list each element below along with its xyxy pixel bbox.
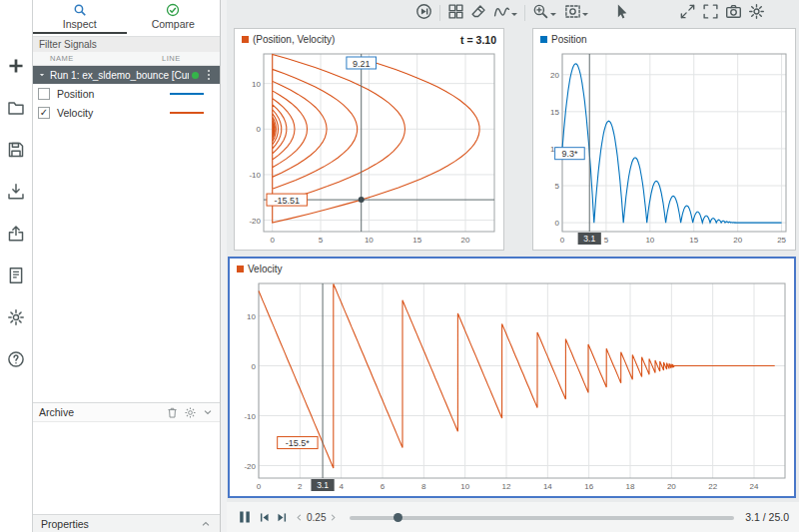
open-button[interactable] [5, 98, 27, 120]
svg-text:3.1: 3.1 [317, 480, 329, 490]
pause-icon [237, 509, 253, 525]
signal-wave-button[interactable] [492, 3, 518, 23]
dropdown-caret-icon[interactable] [511, 13, 517, 19]
svg-text:10: 10 [252, 80, 261, 89]
signal-list-empty-area [33, 122, 220, 402]
signal-line-swatch [170, 93, 204, 95]
create-report-button[interactable] [5, 266, 27, 287]
dropdown-caret-icon[interactable] [582, 13, 588, 19]
cursor-value-label: -15.5* [278, 437, 318, 449]
search-icon [73, 3, 87, 17]
run-label: Run 1: ex_sldemo_bounce [Current] [50, 70, 189, 81]
phase-subplot-card[interactable]: (Position, Velocity) t = 3.10 05101520-2… [234, 28, 504, 251]
tab-inspect[interactable]: Inspect [33, 0, 127, 34]
import-arrow-icon [7, 183, 25, 204]
svg-text:0: 0 [560, 236, 565, 245]
check-circle-icon [166, 3, 180, 17]
fullscreen-button[interactable] [701, 3, 720, 23]
position-plot-canvas[interactable]: 0510152025051015209.3*3.1 [535, 48, 793, 248]
gear-icon [7, 308, 25, 329]
report-doc-icon [7, 266, 25, 287]
camera-button[interactable] [724, 3, 743, 23]
svg-text:-20: -20 [249, 217, 261, 226]
signal-checkbox[interactable] [38, 88, 50, 100]
signal-checkbox[interactable]: ✓ [38, 107, 50, 119]
run-row[interactable]: Run 1: ex_sldemo_bounce [Current] [33, 66, 220, 84]
svg-text:0: 0 [257, 482, 262, 491]
properties-section-header[interactable]: Properties [33, 514, 220, 532]
signal-row[interactable]: Position [33, 84, 220, 103]
svg-text:0: 0 [252, 362, 257, 371]
svg-text:15: 15 [689, 236, 698, 245]
layout-grid-icon [447, 3, 464, 23]
new-button[interactable] [5, 56, 27, 78]
preferences-button[interactable] [5, 307, 27, 329]
trash-icon[interactable] [166, 406, 179, 419]
column-header-line: LINE [162, 54, 220, 63]
svg-text:9.3*: 9.3* [561, 149, 578, 159]
plot-area: (Position, Velocity) t = 3.10 05101520-2… [227, 0, 799, 532]
svg-text:0: 0 [257, 125, 262, 134]
svg-text:16: 16 [584, 482, 593, 491]
properties-label: Properties [41, 518, 200, 530]
pointer-icon [612, 3, 629, 23]
expand-button[interactable] [678, 3, 697, 23]
help-button[interactable] [5, 349, 27, 371]
speed-increase-icon[interactable] [328, 512, 339, 523]
svg-text:20: 20 [667, 482, 676, 491]
export-button[interactable] [5, 224, 27, 246]
cursor-value-label: 9.3* [555, 148, 585, 160]
eraser-button[interactable] [469, 3, 488, 23]
pause-button[interactable] [237, 509, 253, 525]
import-button[interactable] [5, 182, 27, 204]
run-menu-icon[interactable] [202, 68, 216, 82]
step-back-button[interactable] [258, 511, 271, 524]
velocity-plot-canvas[interactable]: 024681012141618202224-20-10010-15.5*3.1 [232, 277, 792, 494]
archive-settings-gear-icon[interactable] [184, 406, 197, 419]
filter-signals-input[interactable] [33, 36, 220, 54]
phase-legend-swatch [242, 36, 249, 43]
svg-text:-15.51: -15.51 [274, 196, 300, 206]
dropdown-caret-icon[interactable] [550, 13, 556, 19]
run-button[interactable] [414, 3, 433, 23]
panel-tabs: Inspect Compare [33, 0, 220, 34]
svg-text:10: 10 [247, 312, 256, 321]
slider-track[interactable] [350, 516, 734, 520]
zoom-in-button[interactable] [531, 3, 557, 23]
timeline-slider[interactable] [350, 508, 734, 526]
collapse-caret-icon[interactable] [37, 70, 47, 80]
layout-grid-button[interactable] [446, 3, 465, 23]
zoom-fit-button[interactable] [563, 3, 589, 23]
archive-label: Archive [39, 406, 161, 418]
phase-plot-canvas[interactable]: 05101520-20-100109.21-15.51 [237, 48, 501, 248]
archive-section-header[interactable]: Archive [33, 402, 220, 422]
svg-text:0: 0 [270, 236, 275, 245]
svg-text:15: 15 [550, 108, 559, 117]
svg-text:14: 14 [543, 482, 552, 491]
slider-handle[interactable] [394, 513, 402, 522]
velocity-subplot-card-selected[interactable]: Velocity 024681012141618202224-20-10010-… [228, 257, 796, 498]
svg-text:5: 5 [555, 182, 560, 191]
step-forward-button[interactable] [276, 511, 289, 524]
speed-control[interactable]: 0.25 [294, 512, 339, 523]
position-subplot-card[interactable]: Position 0510152025051015209.3*3.1 [532, 28, 796, 251]
plus-icon [7, 57, 25, 78]
velocity-plot-header: Velocity [230, 259, 794, 276]
cursor-time-readout: t = 3.10 [460, 34, 496, 46]
archive-collapse-chevron-icon[interactable] [202, 406, 214, 418]
settings-button[interactable] [747, 3, 766, 23]
cursor-time-tag[interactable]: 3.1 [311, 479, 334, 491]
speed-decrease-icon[interactable] [294, 512, 305, 523]
cursor-x-value-label: 9.21 [347, 57, 377, 69]
svg-text:24: 24 [750, 482, 759, 491]
tab-compare[interactable]: Compare [127, 0, 221, 34]
cursor-intersection-dot[interactable] [359, 197, 365, 203]
cursor-time-tag[interactable]: 3.1 [578, 233, 601, 245]
svg-text:6: 6 [381, 482, 386, 491]
pointer-button[interactable] [611, 3, 630, 23]
cursor-y-value-label: -15.51 [267, 194, 307, 206]
save-button[interactable] [5, 140, 27, 162]
svg-text:8: 8 [421, 482, 426, 491]
signal-row[interactable]: ✓Velocity [33, 103, 220, 122]
properties-expand-chevron-icon[interactable] [200, 518, 212, 530]
